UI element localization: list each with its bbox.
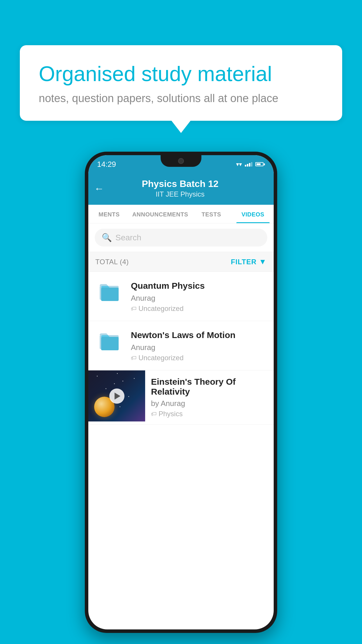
filter-label: FILTER xyxy=(231,258,256,266)
video-thumbnail xyxy=(88,370,145,421)
status-time: 14:29 xyxy=(97,160,116,169)
phone-inner: 14:29 ▾▾ xyxy=(88,155,274,629)
filter-bar: TOTAL (4) FILTER ▼ xyxy=(88,252,274,272)
video-author: by Anurag xyxy=(151,399,268,408)
header-title-block: Physics Batch 12 IIT JEE Physics xyxy=(108,178,252,198)
battery-icon xyxy=(255,162,265,166)
tag-label: Uncategorized xyxy=(138,354,184,362)
tab-videos[interactable]: VIDEOS xyxy=(232,205,274,223)
play-triangle-icon xyxy=(115,393,120,400)
total-count: TOTAL (4) xyxy=(95,258,129,266)
list-item[interactable]: Newton's Laws of Motion Anurag 🏷 Uncateg… xyxy=(88,321,274,370)
header-subtitle: IIT JEE Physics xyxy=(108,190,252,198)
tag-label: Uncategorized xyxy=(138,304,184,313)
svg-rect-1 xyxy=(101,288,119,301)
speech-bubble-subtitle: notes, question papers, solutions all at… xyxy=(39,92,323,105)
video-title: Newton's Laws of Motion xyxy=(131,329,267,341)
tag-icon: 🏷 xyxy=(131,355,137,361)
signal-icon xyxy=(245,162,252,167)
video-author: Anurag xyxy=(131,343,267,352)
app-header: ← Physics Batch 12 IIT JEE Physics xyxy=(88,173,274,205)
tab-tests[interactable]: TESTS xyxy=(191,205,232,223)
folder-icon xyxy=(98,329,122,353)
video-info: Newton's Laws of Motion Anurag 🏷 Uncateg… xyxy=(131,329,267,362)
search-input-wrapper[interactable]: 🔍 Search xyxy=(95,229,267,246)
folder-thumbnail xyxy=(95,280,124,303)
tag-icon: 🏷 xyxy=(151,411,157,417)
filter-icon: ▼ xyxy=(259,257,267,266)
wifi-icon: ▾▾ xyxy=(236,161,242,168)
tab-announcements[interactable]: ANNOUNCEMENTS xyxy=(130,205,191,223)
video-author: Anurag xyxy=(131,294,267,303)
video-info: Einstein's Theory Of Relativity by Anura… xyxy=(145,370,274,424)
list-item[interactable]: Einstein's Theory Of Relativity by Anura… xyxy=(88,370,274,425)
video-tag: 🏷 Uncategorized xyxy=(131,304,267,313)
phone-frame: 14:29 ▾▾ xyxy=(85,152,277,633)
search-container: 🔍 Search xyxy=(88,223,274,252)
video-info: Quantum Physics Anurag 🏷 Uncategorized xyxy=(131,280,267,313)
header-main-title: Physics Batch 12 xyxy=(108,178,252,189)
video-list: Quantum Physics Anurag 🏷 Uncategorized xyxy=(88,272,274,425)
speech-bubble-container: Organised study material notes, question… xyxy=(20,45,342,121)
play-button[interactable] xyxy=(109,388,124,404)
list-item[interactable]: Quantum Physics Anurag 🏷 Uncategorized xyxy=(88,272,274,321)
search-icon: 🔍 xyxy=(102,233,112,242)
speech-bubble: Organised study material notes, question… xyxy=(20,45,342,121)
folder-thumbnail xyxy=(95,329,124,353)
tabs-bar: MENTS ANNOUNCEMENTS TESTS VIDEOS xyxy=(88,205,274,223)
back-button[interactable]: ← xyxy=(94,183,104,194)
video-tag: 🏷 Uncategorized xyxy=(131,354,267,362)
svg-rect-3 xyxy=(101,337,119,350)
status-icons: ▾▾ xyxy=(236,161,265,168)
tag-label: Physics xyxy=(159,410,183,418)
tab-ments[interactable]: MENTS xyxy=(88,205,130,223)
filter-button[interactable]: FILTER ▼ xyxy=(231,257,267,266)
notch xyxy=(161,155,201,167)
tag-icon: 🏷 xyxy=(131,305,137,312)
video-title: Einstein's Theory Of Relativity xyxy=(151,377,268,397)
camera xyxy=(178,158,184,164)
video-tag: 🏷 Physics xyxy=(151,410,268,418)
speech-bubble-title: Organised study material xyxy=(39,61,323,86)
video-title: Quantum Physics xyxy=(131,280,267,291)
status-bar: 14:29 ▾▾ xyxy=(88,155,274,173)
folder-icon xyxy=(98,280,122,303)
search-input[interactable]: Search xyxy=(115,233,141,242)
